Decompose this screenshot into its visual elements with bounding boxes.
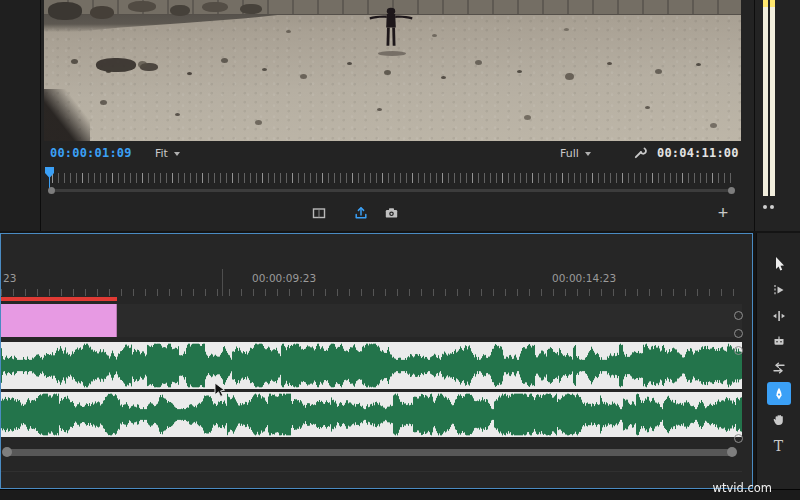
add-panel-button[interactable]: + [712, 202, 734, 224]
ruler-marker-tick [222, 269, 223, 296]
ruler-label: 00:00:09:23 [252, 272, 316, 284]
video-preview [44, 0, 741, 141]
left-panel-edge [0, 0, 41, 231]
timeline-ruler[interactable]: 23 00:00:09:23 00:00:14:23 [1, 266, 742, 297]
tools-panel: T [756, 233, 800, 489]
chevron-down-icon [174, 152, 180, 156]
scrollbar-right-handle[interactable] [728, 187, 735, 194]
track-select-forward-tool[interactable] [767, 278, 791, 301]
audio-meter-right [770, 0, 775, 196]
track-collapse-toggle[interactable] [734, 311, 743, 320]
monitor-settings-button[interactable] [630, 144, 650, 164]
rock [140, 63, 158, 71]
rock [128, 1, 156, 12]
render-bar [1, 297, 117, 301]
slip-tool[interactable] [767, 356, 791, 379]
audio-waveform-2[interactable] [1, 392, 742, 437]
ripple-edit-icon [771, 308, 787, 324]
comparison-view-button[interactable] [308, 202, 330, 224]
slip-icon [771, 360, 787, 376]
hand-tool[interactable] [767, 408, 791, 431]
video-clip[interactable] [1, 304, 117, 337]
track-collapse-toggle[interactable] [734, 434, 743, 443]
zoom-level-dropdown[interactable]: Fit [155, 147, 180, 160]
audio-track-1[interactable] [1, 342, 742, 389]
razor-icon [771, 334, 787, 350]
pen-icon [771, 386, 787, 402]
type-tool[interactable]: T [767, 434, 791, 457]
export-button[interactable] [350, 202, 372, 224]
timeline-horizontal-scrollbar[interactable] [4, 449, 733, 456]
chevron-down-icon [585, 152, 591, 156]
rock [202, 2, 228, 12]
scrollbar-left-handle[interactable] [48, 187, 55, 194]
scrubber-ticks [52, 173, 732, 183]
playback-resolution-dropdown[interactable]: Full [560, 147, 591, 160]
watermark: wtvid.com [713, 481, 772, 495]
ruler-label: 00:00:14:23 [552, 272, 616, 284]
monitor-zoom-scrollbar[interactable] [51, 189, 733, 192]
zoom-level-value: Fit [155, 147, 168, 160]
type-tool-icon: T [774, 439, 783, 453]
comparison-view-icon [311, 205, 327, 221]
program-monitor-panel: 00:00:01:09 Fit Full 00:04:11:00 [0, 0, 800, 231]
meter-dot [763, 205, 767, 209]
plus-icon: + [718, 204, 729, 222]
export-frame-button[interactable] [380, 202, 402, 224]
current-timecode[interactable]: 00:00:01:09 [50, 146, 132, 160]
audio-meters-panel [754, 0, 800, 231]
meter-dot [770, 205, 774, 209]
pen-tool[interactable] [767, 382, 791, 405]
bottom-bar [0, 489, 800, 500]
rock [90, 6, 114, 19]
scrollbar-left-handle[interactable] [2, 447, 12, 457]
person-figure [366, 6, 416, 52]
monitor-scrubber[interactable] [44, 166, 744, 197]
audio-waveform-1[interactable] [1, 342, 742, 389]
rock [96, 58, 136, 72]
track-collapse-toggle[interactable] [734, 329, 743, 338]
wrench-icon [632, 145, 648, 161]
track-collapse-toggle[interactable] [734, 346, 743, 355]
monitor-button-bar: + [44, 197, 744, 231]
camera-icon [383, 205, 399, 221]
razor-tool[interactable] [767, 330, 791, 353]
ruler-ticks [1, 289, 742, 296]
rock [240, 4, 262, 14]
premiere-app: 00:00:01:09 Fit Full 00:04:11:00 [0, 0, 800, 500]
selection-tool[interactable] [767, 252, 791, 275]
scattered-stones [44, 0, 49, 3]
video-track[interactable] [1, 304, 742, 337]
audio-meter-left [763, 0, 768, 196]
timeline-panel: 23 00:00:09:23 00:00:14:23 [0, 233, 753, 489]
rock [170, 5, 190, 16]
monitor-controls: 00:00:01:09 Fit Full 00:04:11:00 [44, 142, 744, 166]
rock [48, 2, 82, 20]
hand-icon [771, 412, 787, 428]
audio-track-2[interactable] [1, 392, 742, 437]
scrollbar-right-handle[interactable] [727, 447, 737, 457]
ruler-label: 23 [3, 272, 16, 284]
ripple-edit-tool[interactable] [767, 304, 791, 327]
track-select-icon [771, 282, 787, 298]
shadow-corner [44, 89, 90, 141]
playback-resolution-value: Full [560, 147, 579, 160]
duration-timecode: 00:04:11:00 [657, 146, 739, 160]
track-divider [1, 471, 742, 472]
selection-arrow-icon [771, 256, 787, 272]
export-icon [353, 205, 369, 221]
